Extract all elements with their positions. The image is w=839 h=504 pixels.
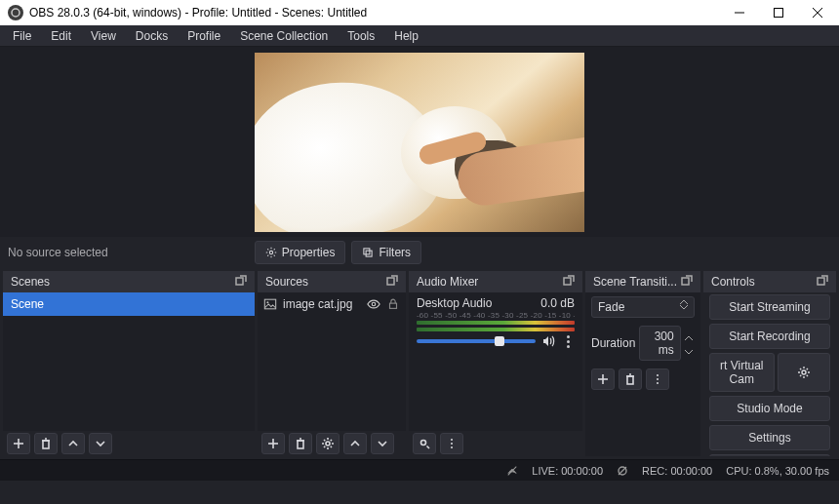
eye-icon[interactable]: [367, 297, 380, 311]
meter-scale: -60 -55 -50 -45 -40 -35 -30 -25 -20 -15 …: [417, 311, 575, 320]
menu-file[interactable]: File: [4, 27, 40, 45]
source-up-button[interactable]: [343, 433, 367, 454]
mixer-advanced-button[interactable]: [413, 433, 436, 454]
popout-icon[interactable]: [235, 275, 247, 290]
transitions-title: Scene Transiti...: [593, 275, 677, 289]
menu-scene-collection[interactable]: Scene Collection: [231, 27, 337, 45]
track-menu-button[interactable]: [561, 335, 575, 348]
live-status: LIVE: 00:00:00: [532, 465, 603, 477]
scenes-header[interactable]: Scenes: [3, 271, 255, 292]
source-properties-button[interactable]: [316, 433, 340, 454]
settings-button[interactable]: Settings: [709, 425, 830, 450]
add-transition-button[interactable]: [591, 368, 615, 390]
popout-icon[interactable]: [817, 275, 828, 290]
track-level: 0.0 dB: [540, 296, 575, 310]
sources-header[interactable]: Sources: [258, 271, 406, 292]
sources-list[interactable]: image cat.jpg: [258, 292, 406, 431]
remove-source-button[interactable]: [289, 433, 312, 454]
svg-rect-15: [264, 299, 275, 309]
cpu-status: CPU: 0.8%, 30.00 fps: [726, 465, 829, 477]
duration-input[interactable]: 300 ms: [639, 326, 680, 361]
svg-rect-21: [298, 441, 303, 448]
controls-title: Controls: [711, 275, 755, 289]
sources-title: Sources: [265, 275, 308, 289]
scenes-footer: [3, 431, 255, 456]
svg-rect-8: [236, 278, 243, 285]
scenes-list[interactable]: Scene: [3, 292, 255, 431]
scenes-dock: Scenes Scene: [3, 271, 255, 456]
minimize-button[interactable]: [720, 0, 759, 25]
controls-body: Start Streaming Start Recording rt Virtu…: [703, 292, 836, 456]
filters-button[interactable]: Filters: [351, 241, 421, 264]
scene-down-button[interactable]: [89, 433, 112, 454]
preview-canvas[interactable]: [255, 53, 584, 232]
volume-thumb[interactable]: [495, 336, 504, 346]
rec-icon: [617, 465, 628, 477]
svg-line-41: [508, 466, 517, 475]
popout-icon[interactable]: [386, 275, 398, 290]
gear-icon: [265, 247, 277, 258]
svg-rect-30: [682, 278, 689, 285]
speaker-icon[interactable]: [541, 334, 555, 348]
maximize-button[interactable]: [759, 0, 798, 25]
menu-help[interactable]: Help: [385, 27, 427, 45]
mixer-footer: [409, 431, 582, 456]
menu-tools[interactable]: Tools: [339, 27, 383, 45]
virtual-cam-settings-button[interactable]: [778, 353, 831, 392]
menu-edit[interactable]: Edit: [42, 27, 80, 45]
popout-icon[interactable]: [563, 275, 575, 290]
svg-point-28: [451, 443, 453, 445]
svg-point-16: [266, 301, 268, 303]
svg-point-37: [657, 378, 659, 380]
transitions-header[interactable]: Scene Transiti...: [585, 271, 700, 292]
add-scene-button[interactable]: [7, 433, 30, 454]
mixer-header[interactable]: Audio Mixer: [409, 271, 582, 292]
gear-icon: [798, 367, 810, 378]
volume-slider[interactable]: [417, 339, 536, 343]
studio-mode-button[interactable]: Studio Mode: [709, 396, 830, 421]
svg-point-40: [802, 370, 806, 374]
svg-point-5: [269, 251, 272, 253]
menu-docks[interactable]: Docks: [127, 27, 177, 45]
transitions-body: Fade Duration 300 ms: [585, 292, 700, 456]
virtual-cam-button[interactable]: rt Virtual Cam: [709, 353, 775, 392]
mixer-menu-button[interactable]: [440, 433, 463, 454]
start-recording-button[interactable]: Start Recording: [709, 324, 830, 349]
source-down-button[interactable]: [371, 433, 394, 454]
filters-icon: [362, 247, 374, 258]
svg-rect-39: [818, 278, 824, 285]
meter-bar: [417, 328, 575, 331]
controls-header[interactable]: Controls: [703, 271, 836, 292]
transition-value: Fade: [598, 300, 624, 314]
svg-point-29: [451, 446, 453, 448]
transition-select[interactable]: Fade: [591, 296, 695, 318]
add-source-button[interactable]: [261, 433, 285, 454]
svg-rect-14: [387, 278, 394, 285]
remove-scene-button[interactable]: [34, 433, 58, 454]
preview-area[interactable]: [0, 47, 839, 237]
transition-menu-button[interactable]: [646, 368, 669, 390]
source-item[interactable]: image cat.jpg: [258, 292, 406, 316]
sources-footer: [258, 431, 406, 456]
close-button[interactable]: [798, 0, 837, 25]
mixer-track: Desktop Audio 0.0 dB -60 -55 -50 -45 -40…: [409, 292, 582, 352]
mixer-title: Audio Mixer: [417, 275, 478, 289]
duration-label: Duration: [591, 336, 635, 350]
svg-rect-2: [775, 9, 783, 18]
rec-status: REC: 00:00:00: [642, 465, 712, 477]
remove-transition-button[interactable]: [619, 368, 642, 390]
menu-view[interactable]: View: [82, 27, 125, 45]
network-icon: [506, 465, 518, 477]
start-streaming-button[interactable]: Start Streaming: [709, 294, 830, 320]
popout-icon[interactable]: [681, 275, 693, 290]
svg-point-26: [421, 441, 426, 446]
lock-icon[interactable]: [386, 297, 400, 311]
meter-bar: [417, 321, 575, 325]
source-toolbar: No source selected Properties Filters: [0, 237, 839, 268]
properties-button[interactable]: Properties: [255, 241, 346, 264]
menu-profile[interactable]: Profile: [179, 27, 229, 45]
chevron-updown-icon[interactable]: [685, 330, 695, 357]
exit-button[interactable]: Exit: [709, 454, 830, 456]
scene-up-button[interactable]: [61, 433, 85, 454]
scene-item[interactable]: Scene: [3, 292, 255, 316]
